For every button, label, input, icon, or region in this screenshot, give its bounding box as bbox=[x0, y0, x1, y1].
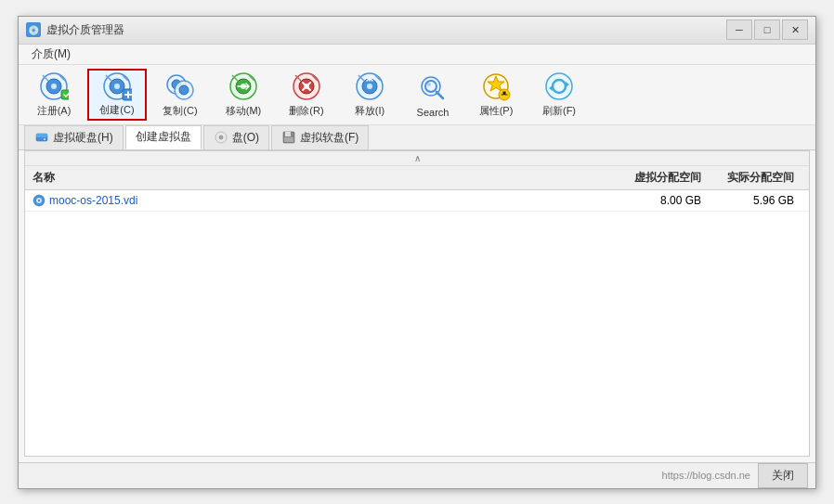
create-icon bbox=[100, 71, 134, 101]
window-controls: ─ □ ✕ bbox=[726, 19, 808, 40]
svg-rect-36 bbox=[284, 137, 293, 142]
tab-optical[interactable]: 盘(O) bbox=[203, 125, 269, 149]
refresh-button[interactable]: 刷新(F) bbox=[529, 69, 589, 121]
tab-create-vhd-label: 创建虚拟盘 bbox=[136, 129, 191, 145]
status-url: https://blog.csdn.ne bbox=[662, 470, 750, 481]
svg-point-20 bbox=[367, 84, 372, 89]
svg-point-26 bbox=[546, 73, 572, 99]
copy-button[interactable]: 复制(C) bbox=[150, 69, 210, 121]
delete-label: 删除(R) bbox=[289, 104, 323, 118]
table-row[interactable]: mooc-os-2015.vdi 8.00 GB 5.96 GB bbox=[25, 190, 809, 212]
svg-point-11 bbox=[179, 85, 189, 95]
release-label: 释放(I) bbox=[355, 104, 384, 118]
refresh-icon bbox=[542, 71, 576, 102]
svg-point-2 bbox=[51, 84, 57, 89]
properties-icon bbox=[479, 71, 513, 102]
menu-bar: 介质(M) bbox=[19, 45, 815, 65]
search-label: Search bbox=[417, 107, 450, 118]
search-button[interactable]: Search bbox=[403, 69, 463, 121]
properties-button[interactable]: 属性(P) bbox=[466, 69, 526, 121]
release-button[interactable]: 释放(I) bbox=[340, 69, 399, 121]
row-actual: 5.96 GB bbox=[709, 194, 801, 207]
properties-label: 属性(P) bbox=[479, 104, 514, 118]
floppy-icon bbox=[281, 130, 296, 145]
content-area: ∧ 名称 虚拟分配空间 实际分配空间 mooc-os-2015.vdi 8.00… bbox=[24, 150, 810, 457]
search-icon bbox=[416, 71, 450, 105]
table-header: 名称 虚拟分配空间 实际分配空间 bbox=[25, 166, 809, 190]
toolbar: 注册(A) 创建(C) bbox=[19, 65, 815, 125]
svg-rect-35 bbox=[285, 132, 291, 136]
status-bar: https://blog.csdn.ne 关闭 bbox=[19, 462, 815, 488]
col-header-actual: 实际分配空间 bbox=[709, 170, 801, 186]
title-bar: 💿 虚拟介质管理器 ─ □ ✕ bbox=[19, 17, 815, 45]
svg-rect-30 bbox=[36, 134, 47, 137]
register-icon bbox=[37, 71, 71, 102]
svg-point-39 bbox=[38, 199, 40, 200]
collapse-bar[interactable]: ∧ bbox=[25, 151, 809, 166]
svg-point-31 bbox=[44, 138, 46, 140]
move-icon bbox=[227, 71, 260, 102]
col-header-name: 名称 bbox=[33, 170, 616, 186]
register-label: 注册(A) bbox=[37, 104, 72, 118]
delete-icon bbox=[290, 71, 323, 102]
copy-label: 复制(C) bbox=[163, 104, 197, 118]
tab-create-vhd[interactable]: 创建虚拟盘 bbox=[125, 125, 202, 149]
svg-point-33 bbox=[219, 136, 223, 139]
collapse-icon: ∧ bbox=[414, 153, 421, 163]
move-label: 移动(M) bbox=[226, 104, 262, 118]
main-window: 💿 虚拟介质管理器 ─ □ ✕ 介质(M) bbox=[18, 16, 816, 489]
tab-hard-disk[interactable]: 虚拟硬盘(H) bbox=[24, 125, 124, 149]
svg-point-23 bbox=[427, 83, 431, 86]
release-icon bbox=[353, 71, 386, 102]
col-header-virtual: 虚拟分配空间 bbox=[616, 170, 709, 186]
row-name: mooc-os-2015.vdi bbox=[33, 194, 616, 207]
register-button[interactable]: 注册(A) bbox=[24, 69, 84, 121]
optical-icon bbox=[214, 130, 228, 145]
tabs-bar: 虚拟硬盘(H) 创建虚拟盘 盘(O) 虚拟软盘(F) bbox=[19, 125, 815, 150]
window-title: 虚拟介质管理器 bbox=[46, 22, 726, 38]
hdd-icon bbox=[34, 130, 49, 145]
menu-media[interactable]: 介质(M) bbox=[24, 45, 78, 64]
minimize-button[interactable]: ─ bbox=[726, 19, 752, 40]
create-label: 创建(C) bbox=[99, 103, 134, 117]
move-button[interactable]: 移动(M) bbox=[214, 69, 273, 121]
window-icon: 💿 bbox=[26, 22, 41, 37]
tab-floppy-label: 虚拟软盘(F) bbox=[300, 130, 358, 146]
svg-point-6 bbox=[114, 84, 120, 89]
copy-icon bbox=[163, 71, 197, 102]
refresh-label: 刷新(F) bbox=[542, 104, 576, 118]
tab-optical-label: 盘(O) bbox=[232, 130, 259, 146]
close-window-button[interactable]: ✕ bbox=[782, 19, 808, 40]
vdi-file-icon bbox=[33, 194, 46, 207]
tab-hard-disk-label: 虚拟硬盘(H) bbox=[53, 130, 113, 146]
row-virtual: 8.00 GB bbox=[616, 194, 709, 207]
tab-floppy[interactable]: 虚拟软盘(F) bbox=[271, 125, 369, 149]
maximize-button[interactable]: □ bbox=[754, 19, 780, 40]
delete-button[interactable]: 删除(R) bbox=[277, 69, 336, 121]
close-button[interactable]: 关闭 bbox=[758, 463, 808, 488]
create-button[interactable]: 创建(C) bbox=[87, 69, 147, 121]
